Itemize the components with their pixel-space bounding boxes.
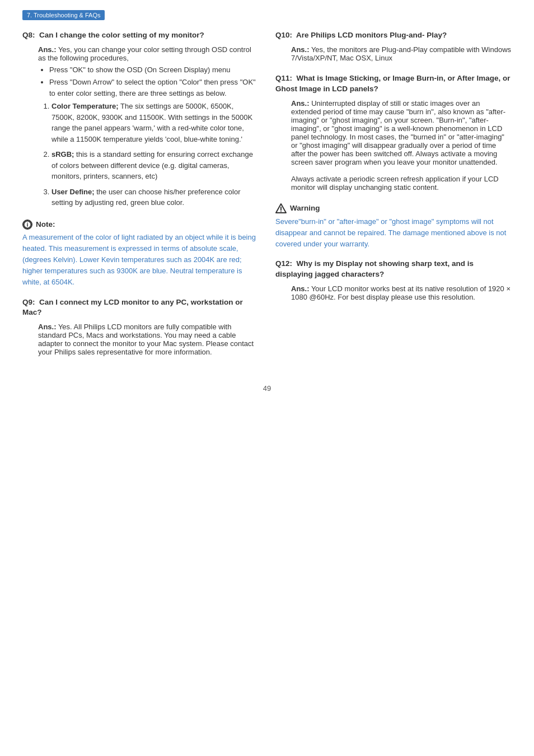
q12-label: Q12:	[275, 259, 292, 268]
q10-ans-label: Ans.:	[291, 45, 310, 54]
q8-numbered-list: Color Temperature; The six settings are …	[51, 101, 259, 208]
left-column: Q8: Can I change the color setting of my…	[22, 30, 259, 367]
q12-block: Q12: Why is my Display not showing sharp…	[275, 259, 512, 301]
q11-ans-label: Ans.:	[291, 99, 310, 108]
q12-question-text: Why is my Display not showing sharp text…	[275, 259, 474, 278]
item3-title: User Define;	[51, 188, 95, 196]
q11-answer-text2: Always activate a periodic screen refres…	[291, 175, 499, 192]
warning-box: Warning Severe"burn-in" or "after-image"…	[275, 203, 512, 250]
note-header: Note:	[22, 220, 259, 230]
q11-question: Q11: What is Image Sticking, or Image Bu…	[275, 73, 512, 95]
breadcrumb: 7. Troubleshooting & FAQs	[22, 10, 105, 20]
item2-text: this is a standard setting for ensuring …	[51, 150, 253, 180]
q8-label: Q8:	[22, 31, 35, 39]
note-text: A measurement of the color of light radi…	[22, 232, 259, 288]
warning-header: Warning	[275, 203, 512, 214]
q11-answer-block: Ans.: Uninterrupted display of still or …	[291, 99, 512, 192]
q9-block: Q9: Can I connect my LCD monitor to any …	[22, 297, 259, 357]
q12-ans-label: Ans.:	[291, 284, 310, 293]
q10-label: Q10:	[275, 31, 292, 39]
q9-question: Q9: Can I connect my LCD monitor to any …	[22, 297, 259, 319]
q8-question-text: Can I change the color setting of my mon…	[39, 31, 204, 39]
note-circle-icon	[22, 220, 32, 230]
item1-title: Color Temperature;	[51, 102, 119, 110]
q11-block: Q11: What is Image Sticking, or Image Bu…	[275, 73, 512, 192]
svg-point-6	[280, 211, 282, 212]
q9-ans-label: Ans.:	[38, 323, 57, 331]
q8-block: Q8: Can I change the color setting of my…	[22, 30, 259, 208]
list-item: sRGB; this is a standard setting for ens…	[51, 149, 259, 182]
note-box: Note: A measurement of the color of ligh…	[22, 220, 259, 288]
q10-question: Q10: Are Philips LCD monitors Plug-and- …	[275, 30, 512, 41]
list-item: Color Temperature; The six settings are …	[51, 101, 259, 144]
list-item: Press "OK" to show the OSD (On Screen Di…	[49, 64, 259, 76]
q9-question-text: Can I connect my LCD monitor to any PC, …	[22, 298, 243, 317]
q8-question: Q8: Can I change the color setting of my…	[22, 30, 259, 41]
q11-question-text: What is Image Sticking, or Image Burn-in…	[275, 74, 510, 93]
list-item: User Define; the user can choose his/her…	[51, 186, 259, 208]
q8-answer-block: Ans.: Yes, you can change your color set…	[38, 45, 259, 208]
page-number: 49	[22, 384, 512, 393]
q11-answer-text: Uninterrupted display of still or static…	[291, 99, 505, 166]
q10-block: Q10: Are Philips LCD monitors Plug-and- …	[275, 30, 512, 62]
q8-bullet-list: Press "OK" to show the OSD (On Screen Di…	[49, 64, 259, 99]
q9-answer-text: Yes. All Philips LCD monitors are fully …	[38, 323, 254, 356]
note-label: Note:	[36, 220, 55, 228]
q10-answer-text: Yes, the monitors are Plug-and-Play comp…	[291, 45, 511, 62]
q11-label: Q11:	[275, 74, 292, 82]
warning-triangle-icon	[275, 203, 287, 214]
q10-question-text: Are Philips LCD monitors Plug-and- Play?	[296, 31, 447, 39]
q12-answer-text: Your LCD monitor works best at its nativ…	[291, 284, 510, 301]
q12-answer-block: Ans.: Your LCD monitor works best at its…	[291, 284, 512, 301]
two-column-layout: Q8: Can I change the color setting of my…	[22, 30, 512, 367]
q9-answer-block: Ans.: Yes. All Philips LCD monitors are …	[38, 323, 259, 356]
right-column: Q10: Are Philips LCD monitors Plug-and- …	[275, 30, 512, 367]
q8-answer-intro: Yes, you can change your color setting t…	[38, 45, 251, 62]
q10-answer-block: Ans.: Yes, the monitors are Plug-and-Pla…	[291, 45, 512, 62]
q8-ans-label: Ans.:	[38, 45, 57, 54]
item2-title: sRGB;	[51, 150, 74, 158]
warning-text: Severe"burn-in" or "after-image" or "gho…	[275, 216, 512, 250]
list-item: Press "Down Arrow" to select the option …	[49, 77, 259, 99]
warning-label: Warning	[290, 204, 320, 212]
page: 7. Troubleshooting & FAQs Q8: Can I chan…	[0, 0, 534, 756]
svg-point-3	[27, 222, 28, 223]
q12-question: Q12: Why is my Display not showing sharp…	[275, 259, 512, 280]
q9-label: Q9:	[22, 298, 35, 306]
